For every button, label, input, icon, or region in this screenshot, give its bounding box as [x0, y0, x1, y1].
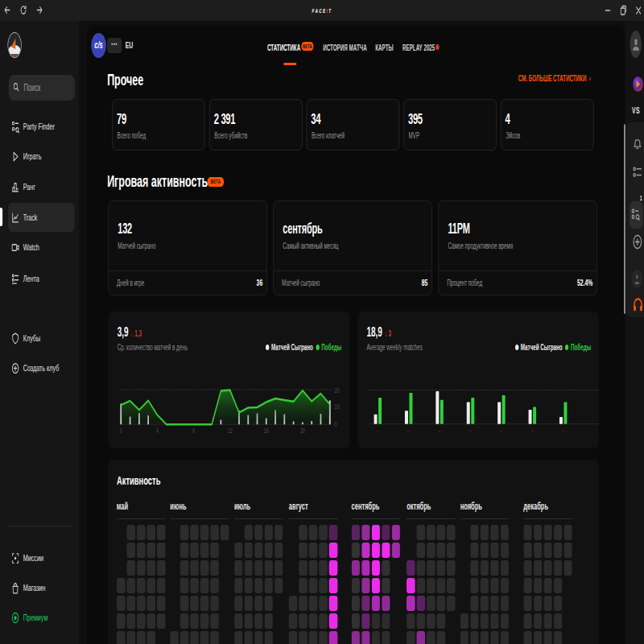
svg-text:8: 8 [192, 427, 195, 435]
svg-text:16: 16 [264, 427, 269, 435]
svg-text:12: 12 [228, 427, 233, 435]
svg-text:20: 20 [300, 427, 305, 435]
svg-text:0: 0 [335, 420, 337, 428]
svg-text:··: ·· [562, 427, 565, 435]
svg-text:··: ·· [376, 427, 379, 435]
svg-text:4: 4 [156, 427, 159, 435]
svg-text:··: ·· [407, 427, 411, 435]
svg-text:··: ·· [438, 427, 441, 435]
svg-text:··: ·· [469, 427, 473, 435]
svg-text:10: 10 [335, 402, 340, 411]
svg-text:20: 20 [335, 386, 340, 394]
svg-text:··: ·· [500, 427, 503, 435]
svg-text:··: ·· [530, 427, 534, 435]
svg-text:0: 0 [120, 427, 122, 435]
